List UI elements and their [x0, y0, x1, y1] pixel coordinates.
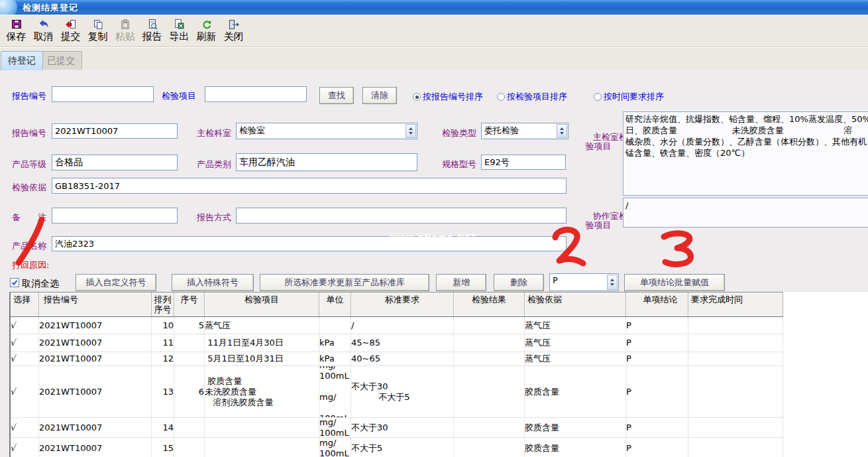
cell-result — [454, 317, 525, 334]
table-row[interactable]: √2021WT10007136 胶质含量 未洗胶质含量 溶剂洗胶质含量mg/ 1… — [11, 366, 783, 418]
batch-assign-button[interactable]: 单项结论批量赋值 — [624, 274, 725, 291]
conclusion-combo[interactable]: P — [549, 273, 619, 291]
toolbar-report-button[interactable]: 报告 — [140, 18, 164, 42]
toolbar-cancel-label: 取消 — [34, 31, 54, 42]
cell-seq: 6 — [174, 366, 205, 417]
table-row[interactable]: √2021WT1000714mg/ 100mL不大于30胶质含量P — [11, 418, 783, 438]
cell-selected: √ — [11, 438, 39, 457]
product-category-input[interactable] — [236, 153, 417, 171]
report-no-input[interactable] — [52, 123, 178, 139]
search-item-input[interactable] — [205, 86, 307, 102]
refresh-icon — [201, 18, 213, 31]
cell-report_no: 2021WT10007 — [39, 334, 152, 352]
uncheck-all-checkbox[interactable] — [10, 278, 19, 287]
test-type-label: 检验类型 — [442, 127, 476, 139]
product-grade-label: 产品等级 — [12, 159, 46, 170]
insert-custom-symbol-button[interactable]: 插入自定义符号 — [76, 274, 156, 291]
test-type-value: 委托检验 — [482, 123, 556, 139]
sort-radio-2[interactable]: 按时间要求排序 — [594, 91, 664, 103]
test-type-combo[interactable]: 委托检验 — [481, 123, 569, 139]
test-basis-label: 检验依据 — [12, 182, 46, 194]
table-row[interactable]: √2021WT1000711 11月1日至4月30日kPa45~85蒸气压P — [11, 334, 783, 352]
conclusion-spinner-icon[interactable] — [607, 275, 618, 290]
column-header-unit[interactable]: 单位 — [319, 293, 351, 316]
find-button[interactable]: 查找 — [319, 87, 354, 104]
cell-order_no: 11 — [152, 334, 174, 352]
table-row[interactable]: √2021WT10007105蒸气压/蒸气压P — [11, 317, 783, 334]
clear-button[interactable]: 清除 — [362, 87, 397, 104]
cell-standard: 45~85 — [351, 334, 454, 352]
column-header-order_no[interactable]: 排列 序号 — [152, 293, 174, 316]
cell-result — [454, 366, 525, 417]
table-row[interactable]: √2021WT1000715mg/ 100mL不大于5胶质含量P — [11, 438, 783, 457]
toolbar-submit-button[interactable]: 提交 — [58, 18, 83, 42]
cell-unit: mg/ 100mL — [319, 418, 351, 437]
radio-icon — [413, 93, 421, 101]
update-standard-button[interactable]: 所选标准要求更新至产品标准库 — [260, 274, 429, 291]
cell-order_no: 14 — [152, 418, 174, 437]
cell-result — [454, 438, 525, 457]
cell-basis: 蒸气压 — [525, 334, 626, 352]
column-header-report_no[interactable]: 报告编号 — [39, 293, 152, 316]
cell-selected: √ — [11, 334, 39, 352]
test-type-spinner-icon[interactable] — [557, 124, 567, 138]
search-report-no-input[interactable] — [52, 86, 154, 102]
collab-items-textarea[interactable]: / — [623, 198, 868, 228]
cell-report_no: 2021WT10007 — [39, 438, 152, 457]
cell-unit: kPa — [319, 334, 351, 352]
spec-model-input[interactable] — [481, 155, 566, 170]
remark-input[interactable] — [52, 208, 178, 224]
toolbar-export-button[interactable]: 导出 — [167, 18, 191, 42]
column-header-result[interactable]: 检验结果 — [454, 293, 525, 316]
cell-items — [205, 418, 319, 437]
main-dept-spinner-icon[interactable] — [406, 124, 416, 138]
sort-radio-0[interactable]: 按报告编号排序 — [413, 91, 483, 103]
column-header-selected[interactable]: 选择 — [11, 293, 39, 316]
tab-pending[interactable]: 待登记 — [1, 51, 43, 70]
test-basis-input[interactable] — [52, 178, 567, 194]
toolbar-close-label: 关闭 — [224, 31, 244, 42]
sort-radio-label: 按时间要求排序 — [604, 91, 664, 103]
toolbar-report-label: 报告 — [142, 31, 162, 42]
cell-standard: 不大于30 — [351, 418, 454, 437]
cell-items: 5月1日至10月31日 — [205, 352, 319, 365]
cell-standard: 40~65 — [351, 352, 454, 365]
delete-button[interactable]: 删除 — [494, 274, 544, 291]
column-header-items[interactable]: 检验项目 — [205, 293, 319, 316]
collab-items-label: 协作室检验项目 — [576, 202, 620, 239]
paste-icon — [119, 18, 131, 31]
main-dept-label: 主检科室 — [197, 127, 231, 139]
sort-radio-1[interactable]: 按检验项目排序 — [497, 91, 567, 103]
cell-order_no: 15 — [152, 438, 174, 457]
toolbar-paste-button[interactable]: 粘贴 — [113, 18, 137, 42]
toolbar-copy-button[interactable]: 复制 — [85, 18, 110, 42]
column-header-conclusion[interactable]: 单项结论 — [626, 293, 688, 316]
column-header-seq[interactable]: 序号 — [174, 293, 205, 316]
toolbar-close-button[interactable]: 关闭 — [221, 18, 246, 42]
content: 报告编号 检验项目 查找 清除 按报告编号排序按检验项目排序按时间要求排序 报告… — [0, 70, 868, 457]
results-table: 选择报告编号排列 序号序号检验项目单位标准要求检验结果检验依据单项结论要求完成时… — [9, 292, 868, 457]
column-header-basis[interactable]: 检验依据 — [525, 293, 626, 316]
cell-seq — [174, 352, 205, 365]
toolbar-refresh-button[interactable]: 刷新 — [194, 18, 219, 42]
search-report-no-label: 报告编号 — [12, 90, 46, 102]
toolbar-cancel-button[interactable]: 取消 — [31, 18, 56, 42]
column-header-standard[interactable]: 标准要求 — [351, 293, 454, 316]
main-dept-combo[interactable]: 检验室 — [236, 123, 417, 139]
submit-arrow-icon — [65, 18, 77, 31]
cell-order_no: 13 — [152, 366, 174, 417]
cell-deadline — [688, 317, 783, 334]
cell-unit — [319, 317, 351, 334]
toolbar-save-button[interactable]: 保存 — [4, 18, 28, 42]
report-method-input[interactable] — [236, 208, 567, 224]
main-items-label: 主检室检验项目 — [576, 123, 620, 161]
tab-submitted[interactable]: 已提交 — [40, 51, 82, 70]
add-button[interactable]: 新增 — [436, 274, 486, 291]
table-row[interactable]: √2021WT1000712 5月1日至10月31日kPa40~65蒸气压P — [11, 352, 783, 366]
product-grade-input[interactable] — [52, 155, 178, 170]
product-name-input[interactable] — [52, 236, 567, 251]
main-items-textarea[interactable]: 研究法辛烷值、抗爆指数、铅含量、馏程、10%蒸发温度、50%蒸 日、胶质含量 未… — [623, 111, 868, 196]
column-header-deadline[interactable]: 要求完成时间 — [688, 293, 783, 316]
insert-special-symbol-button[interactable]: 插入特殊符号 — [172, 274, 254, 291]
cell-deadline — [688, 352, 783, 365]
